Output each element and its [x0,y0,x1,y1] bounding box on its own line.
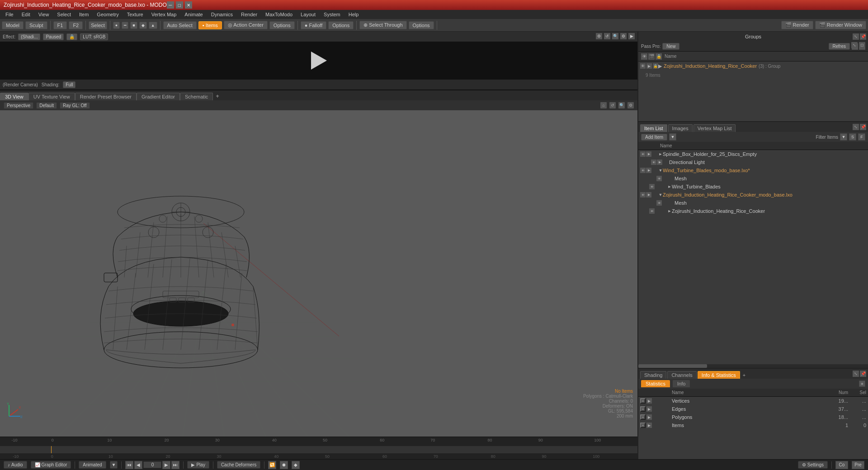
3d-viewport[interactable]: No Items Polygons : Catmull-Clark Channe… [0,110,637,437]
play-button[interactable] [307,49,330,72]
groups-eye-icon[interactable]: 👁 [641,53,647,60]
viewport-icon-zoom[interactable]: 🔍 [618,102,625,108]
anim-icon-2[interactable]: ↺ [604,33,610,39]
itemlist-expand-button[interactable]: ⤡ [853,124,859,130]
timeline-track[interactable]: -10 0 10 20 30 40 50 60 70 80 90 100 [0,446,637,460]
item-row-windturbine[interactable]: 👁 ▶ ▼ Wind_Turbine_Blades_modo_base.lxo* [638,166,868,174]
menu-vertexmap[interactable]: Vertex Map [148,11,180,18]
cache-deformers-button[interactable]: Cache Deformers [217,461,260,469]
select-type-material[interactable]: ▲ [149,22,157,29]
stats-pin-button[interactable]: 📌 [860,371,866,377]
menu-geometry[interactable]: Geometry [93,11,122,18]
play-fwd-button[interactable]: ▶ [162,461,170,469]
anim-icon-3[interactable]: 🔍 [612,33,618,39]
play-button-sb[interactable]: ▶ Play [187,461,209,469]
menu-file[interactable]: File [2,11,17,18]
anim-icon-5[interactable]: ▶ [628,33,635,39]
render-window-button[interactable]: 🎬 Render Window [815,21,866,29]
3d-viewport-area[interactable]: Perspective Default Ray GL: Off ⌂ ↺ 🔍 ⚙ [0,100,637,437]
close-button[interactable]: ✕ [185,1,192,9]
render-button[interactable]: 🎬 Render [781,21,813,29]
tab-3d-view[interactable]: 3D View [0,93,28,100]
anim-icon-1[interactable]: ⚙ [596,33,602,39]
mode-f2-button[interactable]: F2 [69,21,83,29]
menu-view[interactable]: View [35,11,53,18]
pass-refresh-button[interactable]: Refres [829,43,850,50]
menu-system[interactable]: System [320,11,344,18]
prev-frame-button[interactable]: ◀ [134,461,142,469]
subtab-statistics[interactable]: Statistics [641,380,670,387]
menu-maxtomodo[interactable]: MaxToModo [262,11,296,18]
tab-gradient-editor[interactable]: Gradient Editor [137,93,180,100]
audio-button[interactable]: ♪ Audio [4,461,27,469]
tab-shading[interactable]: Shading [640,371,666,379]
lock-button[interactable]: 🔒 [66,33,77,40]
rec-button[interactable]: ⏺ [280,461,288,469]
select-type-vert[interactable]: ● [113,22,120,29]
viewport-icon-settings[interactable]: ⚙ [627,102,634,108]
mode-sculpt-button[interactable]: Sculpt [25,21,47,29]
default-dropdown[interactable]: Default [36,102,57,109]
item-row-mesh-1[interactable]: 👁 Mesh [638,174,868,183]
skip-start-button[interactable]: ⏮ [125,461,133,469]
menu-help[interactable]: Help [345,11,363,18]
select-button[interactable]: Select [89,21,107,29]
tab-info-statistics[interactable]: Info & Statistics [698,371,740,379]
view-tab-add-button[interactable]: + [213,92,222,100]
itemlist-pin-button[interactable]: 📌 [860,124,866,130]
anim-icon-4[interactable]: ⚙ [620,33,627,39]
tab-uv-texture-view[interactable]: UV Texture View [28,93,75,100]
viewport-icon-home[interactable]: ⌂ [600,102,607,108]
shading-value-button[interactable]: Full [63,81,75,88]
items-add-icon[interactable]: + [640,423,646,428]
settings-button[interactable]: ⚙ Settings [798,461,828,469]
mode-model-button[interactable]: Model [2,21,24,29]
loop-button[interactable]: 🔁 [268,461,276,469]
tab-item-list[interactable]: Item List [640,124,667,132]
mode-f1-button[interactable]: F1 [53,21,67,29]
item-row-dirlight[interactable]: 👁 ▶ Directional Light [638,158,868,166]
options-2-button[interactable]: Options [328,21,354,29]
stats-row-edges[interactable]: + ▶ Edges 37... ... [638,405,868,413]
itemlist-content[interactable]: 👁 ▶ ► Spindle_Box_Holder_for_25_Discs_Em… [638,150,868,364]
view-lock-icon[interactable]: ⊡ [859,42,865,48]
menu-layout[interactable]: Layout [297,11,319,18]
graph-editor-button[interactable]: 📈 Graph Editor [31,461,71,469]
tab-images[interactable]: Images [668,124,693,132]
stats-add-button[interactable]: + [859,381,865,387]
groups-pin-button[interactable]: 📌 [860,33,866,40]
animated-button[interactable]: Animated [79,461,106,469]
filter-arrow[interactable]: ▼ [840,133,847,141]
keyframe-button[interactable]: ◆ [292,461,300,469]
group-row-main[interactable]: 👁 ▶ 🔒 ▶ Zojirushi_Induction_Heating_Rice… [638,61,868,70]
tab-vertex-map-list[interactable]: Vertex Map List [693,124,736,132]
vertices-add-icon[interactable]: + [640,398,646,404]
options-1-button[interactable]: Options [269,21,295,29]
stats-row-polygons[interactable]: + ▶ Polygons 18... ... [638,413,868,421]
perspective-dropdown[interactable]: Perspective [4,102,33,109]
select-type-edge[interactable]: ━ [122,22,128,29]
tab-schematic[interactable]: Schematic [180,93,213,100]
view-expand-icon[interactable]: ⤡ [851,42,858,48]
item-row-spindle[interactable]: 👁 ▶ ► Spindle_Box_Holder_for_25_Discs_Em… [638,150,868,158]
groups-content[interactable]: 👁 ▶ 🔒 ▶ Zojirushi_Induction_Heating_Rice… [638,61,868,121]
tab-channels[interactable]: Channels [667,371,696,379]
groups-lock-icon[interactable]: 🔒 [656,53,662,60]
raygl-button[interactable]: Ray GL: Off [60,102,90,109]
edges-add-icon[interactable]: + [640,406,646,412]
items-button[interactable]: ▪ Items [198,21,222,29]
tab-render-preset-browser[interactable]: Render Preset Browser [75,93,137,100]
item-row-zojirushi-item[interactable]: 👁 ► Zojirushi_Induction_Heating_Rice_Coo… [638,207,868,215]
pass-new-button[interactable]: New [662,43,679,50]
itemlist-scrollbar[interactable] [638,364,868,368]
options-3-button[interactable]: Options [409,21,434,29]
stats-tab-add[interactable]: + [741,371,747,379]
effect-value-button[interactable]: (Shadi... [18,33,40,40]
select-type-poly[interactable]: ■ [130,22,137,29]
add-item-button[interactable]: Add Item [641,134,667,141]
skip-end-button[interactable]: ⏭ [171,461,179,469]
falloff-button[interactable]: ● Falloff [301,21,326,29]
stats-expand-button[interactable]: ⤡ [853,371,859,377]
viewport-icon-rotate[interactable]: ↺ [609,102,616,108]
dropdown-arrow-button[interactable]: ▼ [110,461,118,469]
